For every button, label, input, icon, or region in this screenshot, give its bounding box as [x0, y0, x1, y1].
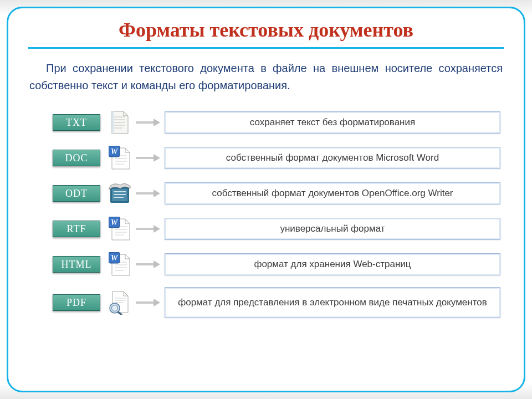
- svg-text:W: W: [111, 254, 119, 262]
- arrow-icon: [135, 297, 160, 308]
- svg-text:W: W: [111, 218, 119, 227]
- desc-pdf: формат для представления в электронном в…: [165, 287, 500, 318]
- row-html: HTML W формат для хранения Web-страниц: [53, 252, 500, 277]
- row-odt: ODT собственный формат документов OpenOf…: [53, 181, 500, 206]
- row-doc: DOC W собственный формат документов Micr…: [53, 145, 500, 171]
- desc-html-text: формат для хранения Web-страниц: [254, 258, 411, 270]
- svg-marker-45: [154, 299, 160, 306]
- arrow-icon: [135, 152, 160, 163]
- html-file-icon: W: [107, 252, 132, 277]
- arrow-icon: [135, 223, 160, 234]
- badge-pdf: PDF: [53, 294, 100, 311]
- desc-odt: собственный формат документов OpenOffice…: [165, 182, 500, 204]
- intro-paragraph: При сохранении текстового документа в фа…: [28, 60, 504, 94]
- svg-marker-14: [154, 154, 160, 162]
- arrow-icon: [135, 117, 160, 128]
- desc-html: формат для хранения Web-страниц: [165, 253, 500, 275]
- svg-marker-37: [154, 260, 160, 268]
- txt-file-icon: [107, 110, 132, 135]
- desc-doc: собственный формат документов Microsoft …: [165, 147, 500, 169]
- odt-file-icon: [107, 181, 132, 206]
- arrow-icon: [135, 188, 160, 199]
- format-list: TXT сохраняет текст без форматирования D…: [28, 110, 504, 318]
- badge-html: HTML: [53, 256, 100, 273]
- desc-odt-text: собственный формат документов OpenOffice…: [212, 187, 453, 199]
- desc-txt-text: сохраняет текст без форматирования: [250, 116, 415, 128]
- badge-rtf: RTF: [53, 221, 100, 237]
- row-txt: TXT сохраняет текст без форматирования: [53, 110, 500, 135]
- svg-marker-29: [154, 225, 160, 233]
- slide-frame: Форматы текстовых документов При сохране…: [7, 7, 525, 392]
- row-pdf: PDF формат для представления в электронн…: [53, 287, 500, 318]
- desc-rtf-text: универсальный формат: [280, 223, 385, 234]
- rtf-file-icon: W: [107, 216, 132, 242]
- desc-txt: сохраняет текст без форматирования: [165, 111, 500, 134]
- badge-txt: TXT: [53, 114, 100, 131]
- svg-text:W: W: [111, 147, 119, 156]
- desc-doc-text: собственный формат документов Microsoft …: [226, 152, 439, 163]
- pdf-file-icon: [107, 290, 132, 315]
- row-rtf: RTF W универсальный формат: [53, 216, 500, 242]
- badge-odt: ODT: [53, 185, 100, 202]
- svg-marker-6: [154, 119, 160, 126]
- svg-point-42: [112, 305, 118, 311]
- doc-file-icon: W: [107, 145, 132, 171]
- badge-doc: DOC: [53, 150, 100, 166]
- desc-pdf-text: формат для представления в электронном в…: [178, 296, 487, 308]
- desc-rtf: универсальный формат: [165, 218, 500, 240]
- slide-title: Форматы текстовых документов: [28, 18, 504, 49]
- svg-marker-21: [154, 190, 160, 197]
- arrow-icon: [135, 259, 160, 270]
